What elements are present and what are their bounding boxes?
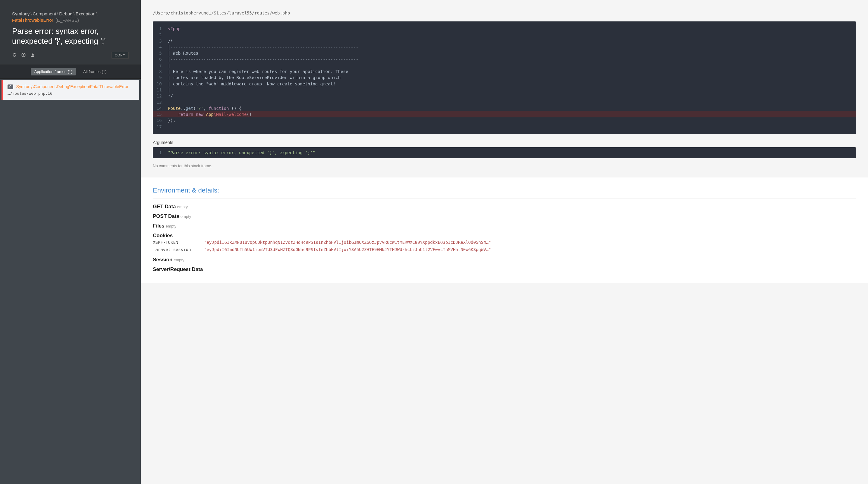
stack-frame[interactable]: 0 Symfony\Component\Debug\Exception\Fata…: [1, 80, 139, 100]
env-empty-badge: empty: [177, 205, 188, 209]
exception-ns-2: Debug: [59, 11, 72, 16]
code-line: 12*/: [153, 93, 856, 99]
environment-section: Environment & details: GET DataemptyPOST…: [141, 177, 868, 283]
code-line: 9| routes are loaded by the RouteService…: [153, 75, 856, 81]
frames-list: 0 Symfony\Component\Debug\Exception\Fata…: [0, 79, 141, 484]
code-line: 10| contains the "web" middleware group.…: [153, 81, 856, 87]
frame-tabs: Application frames (1) All frames (1): [0, 64, 141, 79]
env-value: "eyJpdiI6IkZMNU1uV0pCUktpUnhqN1ZvdzZHdHc…: [204, 240, 491, 245]
exception-path: Symfony\Component\Debug\Exception\ Fatal…: [12, 10, 129, 23]
exception-ns-3: Exception: [76, 11, 96, 16]
code-line: 8| Here is where you can register web ro…: [153, 68, 856, 75]
code-line: 4|--------------------------------------…: [153, 44, 856, 50]
code-line: 6|--------------------------------------…: [153, 56, 856, 62]
env-section: CookiesXSRF-TOKEN"eyJpdiI6IkZMNU1uV0pCUk…: [153, 230, 856, 254]
environment-title: Environment & details:: [153, 187, 856, 199]
google-icon[interactable]: [12, 53, 17, 58]
tab-application-frames[interactable]: Application frames (1): [31, 68, 76, 76]
code-viewer: 1<?php23/*4|----------------------------…: [153, 22, 856, 134]
code-line: 15 return new App\Mail\Welcome(): [153, 111, 856, 117]
frame-class: Symfony\Component\Debug\Exception\FatalT…: [16, 84, 129, 89]
code-line: 13: [153, 99, 856, 105]
env-section: POST Dataempty: [153, 211, 856, 221]
code-line: 11|: [153, 87, 856, 93]
env-section: Server/Request Data: [153, 264, 856, 274]
code-line: 16});: [153, 117, 856, 123]
env-empty-badge: empty: [166, 224, 176, 228]
code-line: 14Route::get('/', function () {: [153, 105, 856, 111]
svg-point-1: [23, 54, 24, 56]
env-section: Sessionempty: [153, 254, 856, 264]
env-section-title: Cookies: [153, 233, 173, 238]
no-comments: No comments for this stack frame.: [141, 158, 868, 177]
frame-index-badge: 0: [7, 84, 13, 89]
frame-file: …/routes/web.php:16: [7, 91, 134, 96]
arguments-title: Arguments: [141, 134, 868, 147]
env-section: Filesempty: [153, 221, 856, 230]
env-section-title: Session: [153, 257, 173, 262]
copy-button[interactable]: COPY: [112, 52, 129, 59]
exception-class: FatalThrowableError: [12, 18, 53, 23]
env-value: "eyJpdiI6ImdNUTh5UW1ibmVTU3dFWHZTQ3dONnc…: [204, 247, 491, 252]
env-section: GET Dataempty: [153, 201, 856, 211]
sidebar: Symfony\Component\Debug\Exception\ Fatal…: [0, 0, 141, 484]
exception-ns-0: Symfony: [12, 11, 30, 16]
code-line: 17: [153, 124, 856, 130]
stackoverflow-icon[interactable]: [30, 53, 35, 58]
code-line: 2: [153, 32, 856, 38]
exception-type: (E_PARSE): [56, 18, 79, 23]
sidebar-actions: COPY: [0, 52, 141, 64]
argument-line: 1"Parse error: syntax error, unexpected …: [153, 150, 856, 155]
env-section-title: Server/Request Data: [153, 266, 203, 272]
env-row: laravel_session"eyJpdiI6ImdNUTh5UW1ibmVT…: [153, 246, 856, 253]
env-section-title: POST Data: [153, 213, 179, 219]
code-line: 1<?php: [153, 26, 856, 32]
duckduckgo-icon[interactable]: [21, 53, 26, 58]
code-line: 7|: [153, 62, 856, 68]
env-key: XSRF-TOKEN: [153, 240, 192, 245]
code-line: 3/*: [153, 38, 856, 44]
file-path: /Users/christophervundi/Sites/laravel55/…: [141, 0, 868, 19]
env-section-title: Files: [153, 223, 164, 229]
env-empty-badge: empty: [181, 214, 191, 219]
arguments-box: 1"Parse error: syntax error, unexpected …: [153, 147, 856, 158]
exception-ns-1: Component: [33, 11, 56, 16]
env-section-title: GET Data: [153, 204, 176, 209]
env-empty-badge: empty: [174, 258, 184, 262]
exception-header: Symfony\Component\Debug\Exception\ Fatal…: [0, 0, 141, 52]
env-key: laravel_session: [153, 247, 192, 252]
tab-all-frames[interactable]: All frames (1): [80, 68, 110, 76]
code-line: 5| Web Routes: [153, 50, 856, 56]
exception-message: Parse error: syntax error, unexpected '}…: [12, 26, 129, 46]
main-panel: /Users/christophervundi/Sites/laravel55/…: [141, 0, 868, 484]
env-row: XSRF-TOKEN"eyJpdiI6IkZMNU1uV0pCUktpUnhqN…: [153, 239, 856, 246]
